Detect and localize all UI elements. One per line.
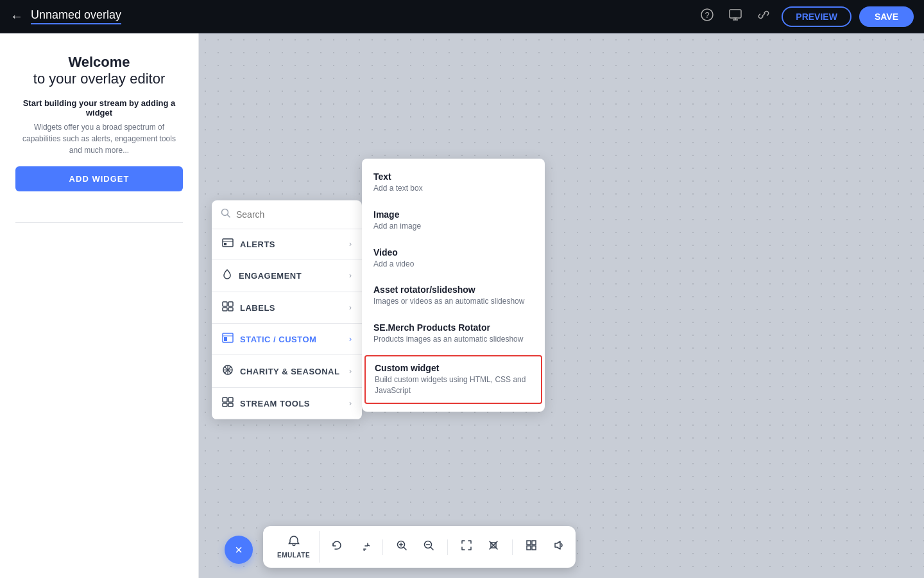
canvas-area[interactable]: ALERTS › ENGAGEMENT › bbox=[199, 33, 924, 578]
svg-line-32 bbox=[431, 548, 434, 550]
save-button[interactable]: SAVE bbox=[859, 6, 914, 27]
emulate-tab[interactable]: EMULATE bbox=[268, 531, 320, 563]
labels-chevron: › bbox=[349, 303, 352, 312]
submenu-custom-title: Custom widget bbox=[375, 363, 532, 373]
bottom-toolbar: EMULATE bbox=[263, 526, 576, 568]
alerts-chevron: › bbox=[349, 240, 352, 249]
main-layout: Welcome to your overlay editor Start bui… bbox=[0, 33, 924, 578]
submenu-video[interactable]: Video Add a video bbox=[362, 240, 545, 277]
svg-rect-2 bbox=[730, 10, 741, 18]
sidebar-desc: Widgets offer you a broad spectrum of ca… bbox=[15, 121, 183, 156]
category-charity-left: CHARITY & SEASONAL bbox=[222, 364, 339, 378]
svg-rect-12 bbox=[228, 302, 233, 306]
category-engagement-label: ENGAGEMENT bbox=[239, 271, 302, 281]
welcome-heading: Welcome to your overlay editor bbox=[15, 54, 183, 88]
close-fab-button[interactable]: × bbox=[225, 536, 253, 564]
help-button[interactable]: ? bbox=[697, 4, 717, 28]
submenu-text[interactable]: Text Add a text box bbox=[362, 164, 545, 202]
link-button[interactable] bbox=[753, 4, 774, 28]
stream-tools-chevron: › bbox=[349, 399, 352, 408]
app-header: ← Unnamed overlay ? PREVIEW SAVE bbox=[0, 0, 924, 33]
fullscreen-button[interactable] bbox=[454, 534, 479, 559]
svg-rect-11 bbox=[223, 302, 227, 306]
charity-chevron: › bbox=[349, 367, 352, 376]
category-engagement[interactable]: ENGAGEMENT › bbox=[212, 259, 362, 292]
sidebar-desc-bold: Start building your stream by adding a w… bbox=[15, 98, 183, 118]
submenu-image-desc: Add an image bbox=[373, 221, 533, 232]
sound-button[interactable] bbox=[546, 534, 570, 559]
submenu-image-title: Image bbox=[373, 209, 533, 220]
submenu-popup: Text Add a text box Image Add an image V… bbox=[362, 159, 545, 412]
left-sidebar: Welcome to your overlay editor Start bui… bbox=[0, 33, 199, 578]
widget-panel: ALERTS › ENGAGEMENT › bbox=[212, 200, 362, 419]
svg-rect-14 bbox=[228, 308, 233, 311]
category-charity-label: CHARITY & SEASONAL bbox=[240, 367, 339, 376]
category-static-custom[interactable]: STATIC / CUSTOM › bbox=[212, 324, 362, 355]
svg-rect-17 bbox=[224, 337, 227, 341]
category-alerts-left: ALERTS bbox=[222, 238, 275, 250]
engagement-chevron: › bbox=[349, 271, 352, 280]
category-labels[interactable]: LABELS › bbox=[212, 292, 362, 324]
submenu-se-merch-desc: Products images as an automatic slidesho… bbox=[373, 334, 533, 345]
category-labels-left: LABELS bbox=[222, 301, 275, 314]
bell-icon bbox=[288, 535, 300, 549]
engagement-icon bbox=[222, 268, 232, 283]
monitor-button[interactable] bbox=[725, 5, 746, 28]
preview-button[interactable]: PREVIEW bbox=[782, 6, 851, 27]
category-alerts[interactable]: ALERTS › bbox=[212, 229, 362, 259]
search-input[interactable] bbox=[236, 209, 353, 220]
header-left: ← Unnamed overlay bbox=[10, 8, 121, 24]
welcome-section: Welcome to your overlay editor Start bui… bbox=[15, 54, 183, 191]
expand-button[interactable] bbox=[481, 534, 506, 559]
category-static-label: STATIC / CUSTOM bbox=[240, 335, 316, 344]
submenu-text-title: Text bbox=[373, 171, 533, 182]
toolbar-sep-3 bbox=[512, 539, 513, 555]
static-chevron: › bbox=[349, 335, 352, 344]
submenu-asset-title: Asset rotator/slideshow bbox=[373, 285, 533, 295]
submenu-se-merch[interactable]: SE.Merch Products Rotator Products image… bbox=[362, 315, 545, 353]
category-static-left: STATIC / CUSTOM bbox=[222, 333, 316, 346]
redo-button[interactable] bbox=[352, 534, 376, 559]
undo-button[interactable] bbox=[325, 534, 349, 559]
toolbar-sep-1 bbox=[382, 539, 383, 555]
header-right: ? PREVIEW SAVE bbox=[697, 4, 914, 28]
submenu-image[interactable]: Image Add an image bbox=[362, 202, 545, 240]
svg-rect-10 bbox=[224, 243, 227, 245]
category-labels-label: LABELS bbox=[240, 303, 275, 313]
svg-rect-39 bbox=[527, 546, 531, 550]
category-charity[interactable]: CHARITY & SEASONAL › bbox=[212, 355, 362, 388]
submenu-asset-desc: Images or videos as an automatic slidesh… bbox=[373, 296, 533, 307]
submenu-text-desc: Add a text box bbox=[373, 183, 533, 194]
submenu-video-desc: Add a video bbox=[373, 259, 533, 270]
category-stream-tools[interactable]: STREAM TOOLS › bbox=[212, 388, 362, 419]
svg-rect-25 bbox=[223, 403, 227, 407]
zoom-in-button[interactable] bbox=[389, 534, 414, 559]
svg-line-7 bbox=[228, 215, 230, 218]
category-stream-tools-label: STREAM TOOLS bbox=[240, 399, 310, 408]
svg-rect-24 bbox=[228, 398, 233, 402]
sidebar-divider bbox=[15, 222, 183, 223]
svg-line-28 bbox=[404, 548, 407, 550]
static-custom-icon bbox=[222, 333, 234, 346]
zoom-out-button[interactable] bbox=[416, 534, 441, 559]
alerts-icon bbox=[222, 238, 234, 250]
svg-rect-37 bbox=[527, 541, 531, 545]
category-alerts-label: ALERTS bbox=[240, 240, 275, 249]
submenu-se-merch-title: SE.Merch Products Rotator bbox=[373, 322, 533, 333]
stream-tools-icon bbox=[222, 397, 234, 410]
submenu-custom-widget[interactable]: Custom widget Build custom widgets using… bbox=[364, 355, 542, 404]
submenu-custom-desc: Build custom widgets using HTML, CSS and… bbox=[375, 374, 532, 396]
emulate-label: EMULATE bbox=[277, 552, 310, 559]
back-button[interactable]: ← bbox=[10, 9, 23, 24]
submenu-video-title: Video bbox=[373, 247, 533, 258]
svg-rect-38 bbox=[532, 541, 536, 545]
grid-button[interactable] bbox=[519, 534, 543, 559]
submenu-asset-rotator[interactable]: Asset rotator/slideshow Images or videos… bbox=[362, 277, 545, 315]
svg-rect-40 bbox=[532, 546, 536, 550]
overlay-title[interactable]: Unnamed overlay bbox=[31, 8, 121, 24]
charity-icon bbox=[222, 364, 234, 378]
svg-marker-41 bbox=[555, 541, 560, 549]
add-widget-button[interactable]: ADD WIDGET bbox=[15, 166, 183, 191]
search-box[interactable] bbox=[212, 200, 362, 229]
svg-rect-13 bbox=[223, 308, 227, 311]
